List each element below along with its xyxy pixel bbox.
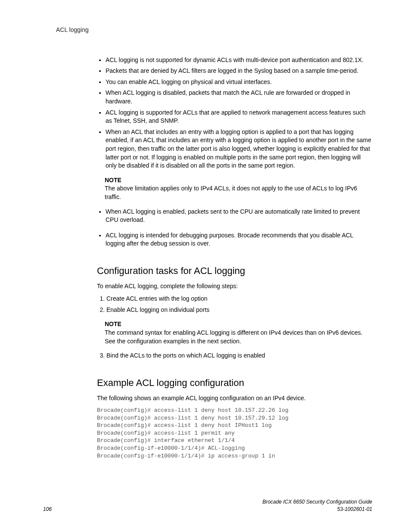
section-heading-example: Example ACL logging configuration: [97, 376, 372, 390]
section-intro: The following shows an example ACL loggi…: [97, 394, 372, 403]
note-block-2: NOTE The command syntax for enabling ACL…: [105, 320, 372, 345]
bullet-list-1: ACL logging is not supported for dynamic…: [97, 56, 372, 170]
footer-doc-title: Brocade ICX 6650 Security Configuration …: [262, 498, 372, 506]
bullet-list-2: When ACL logging is enabled, packets sen…: [97, 208, 372, 248]
steps-list-a: Create ACL entries with the log option E…: [97, 295, 372, 314]
note-label: NOTE: [105, 176, 372, 185]
bullet-item: Packets that are denied by ACL filters a…: [106, 67, 372, 75]
step-item: Create ACL entries with the log option: [106, 295, 372, 303]
note-label: NOTE: [105, 320, 372, 329]
steps-list-b: Bind the ACLs to the ports on which ACL …: [97, 352, 372, 360]
section-intro: To enable ACL logging, complete the foll…: [97, 282, 372, 291]
bullet-item: When an ACL that includes an entry with …: [106, 128, 372, 170]
bullet-item: ACL logging is not supported for dynamic…: [106, 56, 372, 65]
bullet-item: You can enable ACL logging on physical a…: [106, 78, 372, 87]
note-text: The command syntax for enabling ACL logg…: [105, 329, 372, 345]
bullet-item: When ACL logging is enabled, packets sen…: [106, 208, 372, 224]
bullet-item: When ACL logging is disabled, packets th…: [106, 89, 372, 106]
bullet-item: ACL logging is intended for debugging pu…: [106, 231, 372, 248]
note-text: The above limitation applies only to IPv…: [105, 184, 372, 201]
code-block: Brocade(config)# access-list 1 deny host…: [97, 407, 372, 460]
section-heading-config-tasks: Configuration tasks for ACL logging: [97, 264, 372, 278]
footer-doc-id: 53-1002601-01: [262, 506, 372, 513]
bullet-item: ACL logging is supported for ACLs that a…: [106, 109, 372, 125]
note-block-1: NOTE The above limitation applies only t…: [105, 176, 372, 202]
step-item: Bind the ACLs to the ports on which ACL …: [106, 352, 372, 360]
step-item: Enable ACL logging on individual ports: [106, 306, 372, 314]
page-header-title: ACL logging: [43, 26, 372, 34]
page-number: 106: [43, 506, 52, 513]
page-footer: 106 Brocade ICX 6650 Security Configurat…: [43, 498, 372, 513]
page-content: ACL logging is not supported for dynamic…: [97, 56, 372, 460]
